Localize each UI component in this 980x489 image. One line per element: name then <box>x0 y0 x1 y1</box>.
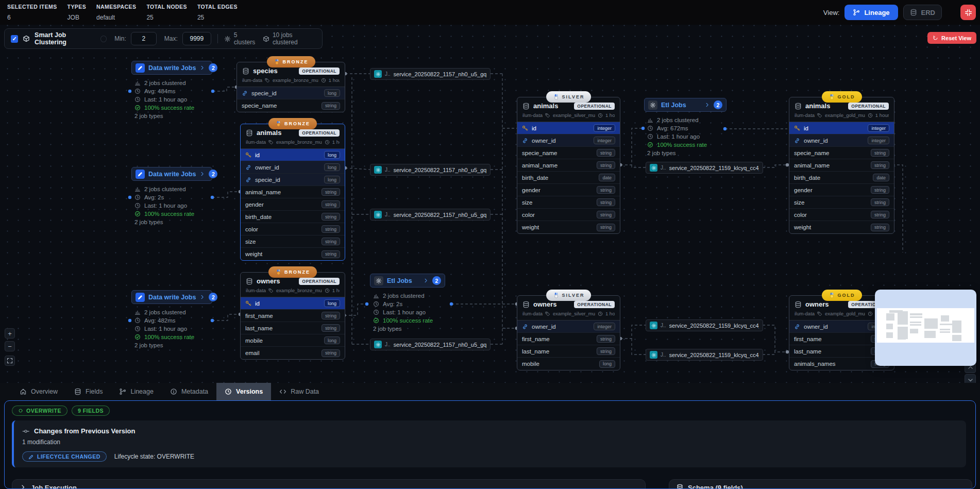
tab-metadata[interactable]: Metadata <box>162 383 216 400</box>
field-row-size[interactable]: sizestring <box>789 196 894 209</box>
field-row-owner-id[interactable]: owner_idinteger <box>789 134 894 147</box>
field-row-color[interactable]: colorstring <box>517 209 620 221</box>
gear-icon <box>651 165 656 171</box>
toolbar-divider <box>217 34 218 43</box>
field-row-gender[interactable]: genderstring <box>241 198 345 211</box>
tab-overview[interactable]: Overview <box>11 383 66 400</box>
field-name: id <box>532 125 536 131</box>
field-row-birth-date[interactable]: birth_datedate <box>517 172 620 184</box>
tab-lineage[interactable]: Lineage <box>111 383 162 400</box>
cluster-node-data-write-jobs[interactable]: Data write Jobs2 <box>131 167 212 181</box>
reset-view-button[interactable]: Reset View <box>927 32 976 44</box>
job-node-1[interactable]: J..service_20250822_1157_nh0_u5_gqf7_t..… <box>370 68 491 80</box>
field-row-last-name[interactable]: last_namestring <box>517 345 620 358</box>
field-row-specie-name[interactable]: specie_namestring <box>517 147 620 159</box>
dataset-name: animals <box>257 129 281 137</box>
minimap-node <box>924 331 936 338</box>
lineage-view-button[interactable]: Lineage <box>844 5 898 20</box>
field-row-animal-name[interactable]: animal_namestring <box>241 186 345 198</box>
field-row-id[interactable]: idinteger <box>789 122 894 134</box>
cluster-info-line: 2 job types <box>134 341 222 349</box>
field-row-email[interactable]: emailstring <box>241 347 345 359</box>
job-node-7[interactable]: J..service_20250822_1159_klcyq_cc4_hs.at… <box>646 349 763 361</box>
tab-versions[interactable]: Versions <box>216 383 271 400</box>
tab-raw-data[interactable]: Raw Data <box>271 383 327 400</box>
dataset-node-bronze-species[interactable]: BRONZEspeciesOPERATIONALilum-dataexample… <box>236 62 345 112</box>
zoom-in-button[interactable]: + <box>5 328 15 339</box>
tab-fields[interactable]: Fields <box>66 383 111 400</box>
field-row-specie-name[interactable]: specie_namestring <box>789 147 894 159</box>
field-type-badge: string <box>322 238 340 245</box>
field-row-specie-name[interactable]: specie_namestring <box>237 99 345 112</box>
dataset-node-bronze-animals[interactable]: BRONZEanimalsOPERATIONALilum-dataexample… <box>240 124 345 261</box>
field-row-specie-id[interactable]: specie_idlong <box>241 174 345 186</box>
zoom-out-button[interactable]: − <box>5 341 15 351</box>
job-node-3[interactable]: J..service_20250822_1157_nh0_u5_gqf7_t.a… <box>370 209 491 221</box>
cluster-info-line: Avg: 672ms <box>647 124 735 132</box>
cluster-node-etl-jobs[interactable]: Etl Jobs2 <box>644 98 726 112</box>
check-icon <box>647 142 653 148</box>
field-row-id[interactable]: idinteger <box>517 122 620 134</box>
job-node-6[interactable]: J..service_20250822_1159_klcyq_cc4_hs.ap… <box>646 319 763 331</box>
field-row-weight[interactable]: weightstring <box>789 221 894 233</box>
view-switcher: View: Lineage ERD <box>823 0 980 25</box>
field-row-animal-name[interactable]: animal_namestring <box>517 159 620 172</box>
field-row-id[interactable]: idlong <box>241 149 345 161</box>
cluster-info-text: Last: 1 hour ago <box>144 96 187 103</box>
field-row-owner-id[interactable]: owner_idlong <box>241 161 345 174</box>
field-row-size[interactable]: sizestring <box>517 196 620 209</box>
field-row-weight[interactable]: weightstring <box>241 248 345 260</box>
field-row-birth-date[interactable]: birth_datedate <box>789 172 894 184</box>
cluster-count-badge: 2 <box>714 100 722 109</box>
dataset-node-silver-animals[interactable]: SILVERanimalsOPERATIONALilum-dataexample… <box>517 97 620 234</box>
cluster-node-data-write-jobs[interactable]: Data write Jobs2 <box>131 290 212 304</box>
field-row-weight[interactable]: weightstring <box>517 221 620 233</box>
lineage-view-label: Lineage <box>864 9 889 16</box>
field-row-id[interactable]: idlong <box>241 297 345 310</box>
cluster-node-etl-jobs[interactable]: Etl Jobs2 <box>370 274 445 288</box>
chart-icon <box>373 293 379 299</box>
max-input[interactable] <box>182 32 211 45</box>
field-row-color[interactable]: colorstring <box>241 223 345 235</box>
field-name: size <box>245 239 256 245</box>
field-row-birth-date[interactable]: birth_datestring <box>241 211 345 223</box>
collapse-panel-button[interactable] <box>960 5 976 20</box>
minimap[interactable] <box>875 290 976 366</box>
job-node-4[interactable]: J..service_20250822_1157_nh0_u5_gqf7_t.a… <box>370 339 491 350</box>
field-row-gender[interactable]: genderstring <box>789 184 894 196</box>
field-row-specie-id[interactable]: specie_idlong <box>237 87 345 99</box>
pencil-icon-box <box>136 293 145 302</box>
field-row-gender[interactable]: genderstring <box>517 184 620 196</box>
field-row-color[interactable]: colorstring <box>789 209 894 221</box>
min-input[interactable] <box>131 32 157 45</box>
job-node-5[interactable]: J..service_20250822_1159_klcyq_cc4_hs.at… <box>646 162 763 174</box>
cluster-info-text: Avg: 2s <box>383 301 402 307</box>
field-row-first-name[interactable]: first_namestring <box>241 310 345 322</box>
job-node-2[interactable]: J..service_20250822_1157_nh0_u5_gqf7_t.a… <box>370 164 491 176</box>
cluster-node-data-write-jobs[interactable]: Data write Jobs2 <box>131 61 212 75</box>
section-schema-9-fields[interactable]: Schema (9 fields) <box>669 479 972 489</box>
erd-view-button[interactable]: ERD <box>903 5 942 20</box>
fit-view-button[interactable] <box>5 356 15 366</box>
dataset-node-bronze-owners[interactable]: BRONZEownersOPERATIONALilum-dataexample_… <box>240 272 345 360</box>
field-row-last-name[interactable]: last_namestring <box>241 322 345 334</box>
badge-label: OVERWRITE <box>26 408 61 414</box>
clustering-checkbox[interactable]: ✓ <box>11 35 18 43</box>
field-name: specie_name <box>522 150 557 156</box>
status-badge: OPERATIONAL <box>574 103 615 110</box>
dataset-node-gold-animals[interactable]: GOLDanimalsOPERATIONALilum-dataexample_g… <box>789 97 894 234</box>
field-row-first-name[interactable]: first_namestring <box>517 333 620 345</box>
tier-label: BRONZE <box>284 269 310 275</box>
minimap-node <box>898 311 908 325</box>
field-row-owner-id[interactable]: owner_idinteger <box>517 134 620 147</box>
field-row-mobile[interactable]: mobilelong <box>241 334 345 347</box>
section-job-execution[interactable]: Job Execution <box>12 479 646 489</box>
field-type-badge: string <box>871 161 889 169</box>
field-row-animal-name[interactable]: animal_namestring <box>789 159 894 172</box>
field-row-owner-id[interactable]: owner_idinteger <box>517 321 620 333</box>
field-row-mobile[interactable]: mobilelong <box>517 358 620 370</box>
clock-icon <box>134 317 141 324</box>
dataset-node-silver-owners[interactable]: SILVERownersOPERATIONALilum-dataexample_… <box>517 295 620 370</box>
field-row-size[interactable]: sizestring <box>241 235 345 248</box>
cluster-info: 2 jobs clusteredAvg: 2sLast: 1 hour ago1… <box>134 185 222 226</box>
